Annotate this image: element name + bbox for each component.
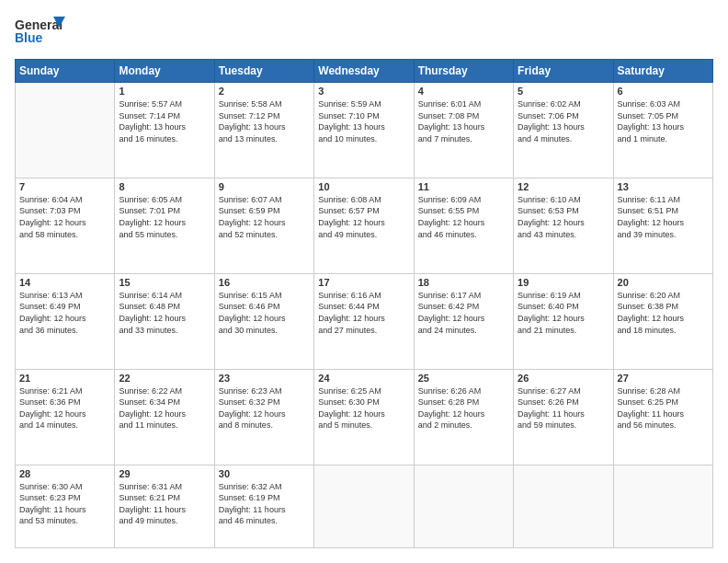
calendar-cell: 30Sunrise: 6:32 AM Sunset: 6:19 PM Dayli… — [214, 465, 313, 547]
day-number: 4 — [418, 86, 509, 97]
weekday-header-tuesday: Tuesday — [214, 60, 313, 83]
day-number: 19 — [518, 277, 609, 288]
calendar-cell: 15Sunrise: 6:14 AM Sunset: 6:48 PM Dayli… — [115, 273, 214, 369]
week-row-1: 1Sunrise: 5:57 AM Sunset: 7:14 PM Daylig… — [16, 83, 713, 178]
calendar-cell: 12Sunrise: 6:10 AM Sunset: 6:53 PM Dayli… — [514, 178, 613, 273]
day-info: Sunrise: 6:25 AM Sunset: 6:30 PM Dayligh… — [318, 385, 409, 431]
logo: General Blue — [15, 15, 70, 50]
calendar-cell: 19Sunrise: 6:19 AM Sunset: 6:40 PM Dayli… — [514, 273, 613, 369]
weekday-header-wednesday: Wednesday — [314, 60, 414, 83]
day-info: Sunrise: 6:03 AM Sunset: 7:05 PM Dayligh… — [618, 98, 709, 144]
calendar-cell: 17Sunrise: 6:16 AM Sunset: 6:44 PM Dayli… — [314, 273, 414, 369]
day-number: 7 — [19, 181, 110, 192]
day-info: Sunrise: 6:19 AM Sunset: 6:40 PM Dayligh… — [518, 290, 609, 336]
calendar-cell — [414, 465, 513, 547]
day-number: 23 — [219, 373, 310, 384]
day-number: 28 — [19, 468, 110, 479]
calendar-cell: 29Sunrise: 6:31 AM Sunset: 6:21 PM Dayli… — [115, 465, 214, 547]
weekday-header-saturday: Saturday — [613, 60, 712, 83]
day-number: 1 — [119, 86, 210, 97]
day-number: 27 — [618, 373, 709, 384]
calendar-cell: 22Sunrise: 6:22 AM Sunset: 6:34 PM Dayli… — [115, 369, 214, 465]
calendar-cell — [16, 83, 115, 178]
day-number: 2 — [219, 86, 310, 97]
day-info: Sunrise: 6:30 AM Sunset: 6:23 PM Dayligh… — [19, 481, 110, 527]
calendar-cell: 20Sunrise: 6:20 AM Sunset: 6:38 PM Dayli… — [613, 273, 712, 369]
calendar-table: SundayMondayTuesdayWednesdayThursdayFrid… — [15, 59, 713, 548]
day-info: Sunrise: 6:20 AM Sunset: 6:38 PM Dayligh… — [618, 290, 709, 336]
day-info: Sunrise: 6:01 AM Sunset: 7:08 PM Dayligh… — [418, 98, 509, 144]
weekday-header-sunday: Sunday — [16, 60, 115, 83]
calendar-cell: 5Sunrise: 6:02 AM Sunset: 7:06 PM Daylig… — [514, 83, 613, 178]
calendar-cell: 24Sunrise: 6:25 AM Sunset: 6:30 PM Dayli… — [314, 369, 414, 465]
day-info: Sunrise: 5:58 AM Sunset: 7:12 PM Dayligh… — [219, 98, 310, 144]
day-info: Sunrise: 6:15 AM Sunset: 6:46 PM Dayligh… — [219, 290, 310, 336]
day-number: 30 — [219, 468, 310, 479]
weekday-header-thursday: Thursday — [414, 60, 513, 83]
day-number: 13 — [618, 181, 709, 192]
day-number: 10 — [318, 181, 409, 192]
day-number: 6 — [618, 86, 709, 97]
day-info: Sunrise: 6:09 AM Sunset: 6:55 PM Dayligh… — [418, 194, 509, 240]
day-info: Sunrise: 6:17 AM Sunset: 6:42 PM Dayligh… — [418, 290, 509, 336]
day-info: Sunrise: 5:59 AM Sunset: 7:10 PM Dayligh… — [318, 98, 409, 144]
calendar-cell: 16Sunrise: 6:15 AM Sunset: 6:46 PM Dayli… — [214, 273, 313, 369]
calendar-cell — [314, 465, 414, 547]
calendar-cell: 14Sunrise: 6:13 AM Sunset: 6:49 PM Dayli… — [16, 273, 115, 369]
calendar-cell: 18Sunrise: 6:17 AM Sunset: 6:42 PM Dayli… — [414, 273, 513, 369]
day-number: 12 — [518, 181, 609, 192]
calendar-cell: 28Sunrise: 6:30 AM Sunset: 6:23 PM Dayli… — [16, 465, 115, 547]
day-info: Sunrise: 6:04 AM Sunset: 7:03 PM Dayligh… — [19, 194, 110, 240]
logo-svg: General Blue — [15, 15, 70, 50]
day-number: 24 — [318, 373, 409, 384]
day-info: Sunrise: 6:21 AM Sunset: 6:36 PM Dayligh… — [19, 385, 110, 431]
day-info: Sunrise: 6:11 AM Sunset: 6:51 PM Dayligh… — [618, 194, 709, 240]
day-info: Sunrise: 6:10 AM Sunset: 6:53 PM Dayligh… — [518, 194, 609, 240]
calendar-cell: 3Sunrise: 5:59 AM Sunset: 7:10 PM Daylig… — [314, 83, 414, 178]
day-info: Sunrise: 6:26 AM Sunset: 6:28 PM Dayligh… — [418, 385, 509, 431]
day-number: 26 — [518, 373, 609, 384]
day-info: Sunrise: 6:28 AM Sunset: 6:25 PM Dayligh… — [618, 385, 709, 431]
day-number: 25 — [418, 373, 509, 384]
weekday-header-row: SundayMondayTuesdayWednesdayThursdayFrid… — [16, 60, 713, 83]
day-number: 11 — [418, 181, 509, 192]
day-info: Sunrise: 6:02 AM Sunset: 7:06 PM Dayligh… — [518, 98, 609, 144]
calendar-cell: 4Sunrise: 6:01 AM Sunset: 7:08 PM Daylig… — [414, 83, 513, 178]
day-number: 20 — [618, 277, 709, 288]
day-info: Sunrise: 6:16 AM Sunset: 6:44 PM Dayligh… — [318, 290, 409, 336]
day-info: Sunrise: 6:13 AM Sunset: 6:49 PM Dayligh… — [19, 290, 110, 336]
day-number: 9 — [219, 181, 310, 192]
calendar-cell: 9Sunrise: 6:07 AM Sunset: 6:59 PM Daylig… — [214, 178, 313, 273]
day-number: 16 — [219, 277, 310, 288]
week-row-4: 21Sunrise: 6:21 AM Sunset: 6:36 PM Dayli… — [16, 369, 713, 465]
day-number: 21 — [19, 373, 110, 384]
day-info: Sunrise: 6:23 AM Sunset: 6:32 PM Dayligh… — [219, 385, 310, 431]
day-info: Sunrise: 6:32 AM Sunset: 6:19 PM Dayligh… — [219, 481, 310, 527]
week-row-2: 7Sunrise: 6:04 AM Sunset: 7:03 PM Daylig… — [16, 178, 713, 273]
page: General Blue SundayMondayTuesdayWednesda… — [0, 0, 728, 563]
day-info: Sunrise: 5:57 AM Sunset: 7:14 PM Dayligh… — [119, 98, 210, 144]
day-info: Sunrise: 6:07 AM Sunset: 6:59 PM Dayligh… — [219, 194, 310, 240]
weekday-header-monday: Monday — [115, 60, 214, 83]
week-row-5: 28Sunrise: 6:30 AM Sunset: 6:23 PM Dayli… — [16, 465, 713, 547]
day-info: Sunrise: 6:05 AM Sunset: 7:01 PM Dayligh… — [119, 194, 210, 240]
calendar-cell: 6Sunrise: 6:03 AM Sunset: 7:05 PM Daylig… — [613, 83, 712, 178]
day-number: 22 — [119, 373, 210, 384]
header: General Blue — [15, 15, 713, 50]
calendar-cell: 13Sunrise: 6:11 AM Sunset: 6:51 PM Dayli… — [613, 178, 712, 273]
day-number: 18 — [418, 277, 509, 288]
day-info: Sunrise: 6:08 AM Sunset: 6:57 PM Dayligh… — [318, 194, 409, 240]
calendar-cell: 10Sunrise: 6:08 AM Sunset: 6:57 PM Dayli… — [314, 178, 414, 273]
calendar-cell: 1Sunrise: 5:57 AM Sunset: 7:14 PM Daylig… — [115, 83, 214, 178]
day-number: 15 — [119, 277, 210, 288]
calendar-cell: 21Sunrise: 6:21 AM Sunset: 6:36 PM Dayli… — [16, 369, 115, 465]
day-number: 17 — [318, 277, 409, 288]
day-info: Sunrise: 6:27 AM Sunset: 6:26 PM Dayligh… — [518, 385, 609, 431]
week-row-3: 14Sunrise: 6:13 AM Sunset: 6:49 PM Dayli… — [16, 273, 713, 369]
calendar-cell: 26Sunrise: 6:27 AM Sunset: 6:26 PM Dayli… — [514, 369, 613, 465]
day-number: 8 — [119, 181, 210, 192]
calendar-cell: 2Sunrise: 5:58 AM Sunset: 7:12 PM Daylig… — [214, 83, 313, 178]
weekday-header-friday: Friday — [514, 60, 613, 83]
svg-text:Blue: Blue — [15, 30, 43, 45]
calendar-cell: 11Sunrise: 6:09 AM Sunset: 6:55 PM Dayli… — [414, 178, 513, 273]
